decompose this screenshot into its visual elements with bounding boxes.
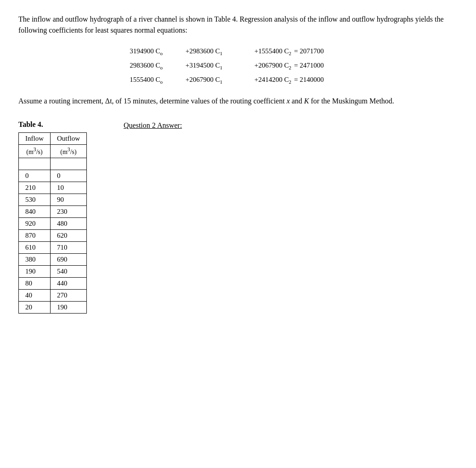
cell-inflow: 530 bbox=[19, 194, 51, 206]
eq3-col1: 1555400 Co bbox=[101, 74, 165, 87]
cell-inflow: 40 bbox=[19, 290, 51, 302]
equation-row-2: 2983600 Co +3194500 C1 +2067900 C2 = 247… bbox=[101, 59, 458, 73]
cell-inflow: 80 bbox=[19, 278, 51, 290]
table-row: 920480 bbox=[19, 218, 87, 230]
table-row: 870620 bbox=[19, 230, 87, 242]
eq1-col2: +2983600 C1 bbox=[165, 45, 225, 58]
col-header-outflow: Outflow bbox=[51, 133, 87, 145]
cell-outflow: 540 bbox=[51, 266, 87, 278]
cell-inflow: 190 bbox=[19, 266, 51, 278]
cell-inflow: 840 bbox=[19, 206, 51, 218]
cell-outflow: 90 bbox=[51, 194, 87, 206]
eq1-col4: = 2071700 bbox=[294, 45, 340, 57]
cell-inflow: 920 bbox=[19, 218, 51, 230]
table-row: 53090 bbox=[19, 194, 87, 206]
answer-container: Question 2 Answer: bbox=[124, 120, 182, 130]
col-unit-outflow: (m3/s) bbox=[51, 145, 87, 158]
cell-inflow: 210 bbox=[19, 182, 51, 194]
data-table: Inflow Outflow (m3/s) (m3/s) 00210105309… bbox=[18, 132, 87, 314]
table-row: 610710 bbox=[19, 242, 87, 254]
cell-outflow: 230 bbox=[51, 206, 87, 218]
eq2-col3: +2067900 C2 bbox=[225, 59, 294, 73]
eq3-col2: +2067900 C1 bbox=[165, 74, 225, 87]
eq3-col4: = 2140000 bbox=[294, 74, 340, 86]
bottom-section: Table 4. Inflow Outflow (m3/s) (m3/s) 00… bbox=[18, 120, 458, 314]
table-row: 00 bbox=[19, 170, 87, 182]
equations-block: 3194900 Co +2983600 C1 +1555400 C2 = 207… bbox=[101, 45, 458, 86]
eq2-col1: 2983600 Co bbox=[101, 59, 165, 73]
table-container: Table 4. Inflow Outflow (m3/s) (m3/s) 00… bbox=[18, 120, 87, 314]
eq1-col1: 3194900 Co bbox=[101, 45, 165, 58]
cell-outflow: 710 bbox=[51, 242, 87, 254]
cell-inflow: 380 bbox=[19, 254, 51, 266]
cell-outflow: 440 bbox=[51, 278, 87, 290]
table-row: 80440 bbox=[19, 278, 87, 290]
col-header-inflow: Inflow bbox=[19, 133, 51, 145]
cell-inflow: 0 bbox=[19, 170, 51, 182]
eq2-col4: = 2471000 bbox=[294, 59, 340, 72]
cell-inflow: 870 bbox=[19, 230, 51, 242]
cell-outflow: 270 bbox=[51, 290, 87, 302]
intro-paragraph: The inflow and outflow hydrograph of a r… bbox=[18, 14, 458, 36]
cell-outflow: 480 bbox=[51, 218, 87, 230]
eq3-col3: +2414200 C2 bbox=[225, 74, 294, 87]
spacer-inflow bbox=[19, 158, 51, 170]
equation-row-1: 3194900 Co +2983600 C1 +1555400 C2 = 207… bbox=[101, 45, 458, 58]
table-row: 20190 bbox=[19, 302, 87, 314]
cell-outflow: 190 bbox=[51, 302, 87, 314]
spacer-outflow bbox=[51, 158, 87, 170]
cell-inflow: 20 bbox=[19, 302, 51, 314]
eq2-col2: +3194500 C1 bbox=[165, 59, 225, 73]
table-row: 40270 bbox=[19, 290, 87, 302]
cell-outflow: 620 bbox=[51, 230, 87, 242]
cell-outflow: 0 bbox=[51, 170, 87, 182]
col-unit-inflow: (m3/s) bbox=[19, 145, 51, 158]
assume-paragraph: Assume a routing increment, Δt, of 15 mi… bbox=[18, 96, 458, 107]
answer-label: Question 2 Answer: bbox=[124, 120, 182, 130]
table-row: 840230 bbox=[19, 206, 87, 218]
table-row: 21010 bbox=[19, 182, 87, 194]
cell-inflow: 610 bbox=[19, 242, 51, 254]
cell-outflow: 10 bbox=[51, 182, 87, 194]
table-row: 190540 bbox=[19, 266, 87, 278]
table-label: Table 4. bbox=[18, 120, 87, 129]
table-row: 380690 bbox=[19, 254, 87, 266]
cell-outflow: 690 bbox=[51, 254, 87, 266]
equation-row-3: 1555400 Co +2067900 C1 +2414200 C2 = 214… bbox=[101, 74, 458, 87]
eq1-col3: +1555400 C2 bbox=[225, 45, 294, 58]
